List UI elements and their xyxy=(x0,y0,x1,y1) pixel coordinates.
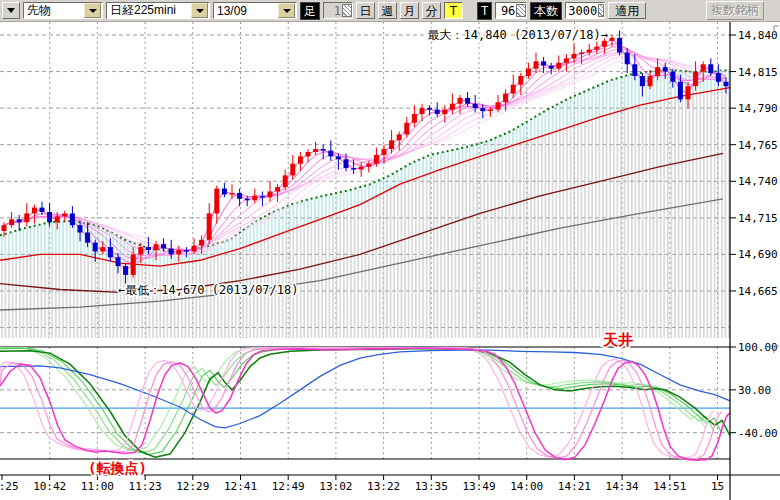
spinner-grip-icon[interactable] xyxy=(598,4,604,17)
chevron-down-icon xyxy=(7,8,15,13)
spinner-grip-icon[interactable] xyxy=(516,4,526,17)
symbol-combo[interactable]: 日経225mini xyxy=(106,2,210,19)
chevron-down-icon[interactable] xyxy=(278,3,295,18)
bar-type-label: 足 xyxy=(300,2,320,20)
symbol-value: 日経225mini xyxy=(110,2,176,19)
svg-text:14,740: 14,740 xyxy=(738,175,778,188)
spinner-grip-icon[interactable] xyxy=(342,4,352,17)
svg-text:天井: 天井 xyxy=(602,331,633,349)
svg-text:14:51: 14:51 xyxy=(653,480,686,493)
apply-button[interactable]: 適用 xyxy=(608,2,646,19)
multi-symbol-button[interactable]: 複数銘柄 xyxy=(706,1,764,20)
period-month-button[interactable]: 月 xyxy=(400,2,419,19)
tick-count-input[interactable]: 96 xyxy=(495,2,527,19)
svg-text:12:41: 12:41 xyxy=(224,480,257,493)
svg-text:14:21: 14:21 xyxy=(558,480,591,493)
svg-text:11:00: 11:00 xyxy=(81,480,114,493)
chevron-down-icon[interactable] xyxy=(84,3,101,18)
svg-text:←最低：14,670 (2013/07/18): ←最低：14,670 (2013/07/18) xyxy=(118,283,299,297)
chart-menu-dropdown-button[interactable] xyxy=(2,2,20,19)
instrument-type-value: 先物 xyxy=(27,2,51,19)
chevron-down-icon[interactable] xyxy=(191,3,208,18)
svg-text:(転換点): (転換点) xyxy=(88,460,147,476)
svg-text:100.00: 100.00 xyxy=(738,341,778,354)
svg-text:12:29: 12:29 xyxy=(176,480,209,493)
svg-text:11:23: 11:23 xyxy=(129,480,162,493)
svg-text:14:34: 14:34 xyxy=(606,480,639,493)
period-day-button[interactable]: 日 xyxy=(356,2,375,19)
instrument-type-combo[interactable]: 先物 xyxy=(23,2,103,19)
svg-text:30.00: 30.00 xyxy=(738,384,771,397)
svg-text:13:35: 13:35 xyxy=(415,480,448,493)
period-week-button[interactable]: 週 xyxy=(378,2,397,19)
period-minute-button[interactable]: 分 xyxy=(422,2,441,19)
period-tick-button[interactable]: T xyxy=(444,2,463,19)
price-chart-canvas[interactable]: 14,84014,81514,79014,76514,74014,71514,6… xyxy=(0,22,780,500)
svg-text:-40.00: -40.00 xyxy=(738,427,778,440)
svg-text:13:02: 13:02 xyxy=(319,480,352,493)
svg-text:10:42: 10:42 xyxy=(33,480,66,493)
svg-text:14,790: 14,790 xyxy=(738,102,778,115)
svg-text:15: 15 xyxy=(711,480,724,493)
svg-text:14,665: 14,665 xyxy=(738,285,778,298)
contract-month-value: 13/09 xyxy=(217,4,247,18)
svg-text:14:00: 14:00 xyxy=(510,480,543,493)
svg-text:10:25: 10:25 xyxy=(0,480,19,493)
svg-text:14,765: 14,765 xyxy=(738,139,778,152)
bar-count-label: 本数 xyxy=(530,2,562,20)
svg-text:14,715: 14,715 xyxy=(738,212,778,225)
svg-text:12:49: 12:49 xyxy=(272,480,305,493)
tick-unit-label: T xyxy=(477,2,492,20)
svg-text:13:49: 13:49 xyxy=(462,480,495,493)
svg-text:14,815: 14,815 xyxy=(738,66,778,79)
svg-text:最大：14,840 (2013/07/18)→: 最大：14,840 (2013/07/18)→ xyxy=(428,28,609,42)
oscillator-panel xyxy=(0,347,730,460)
svg-text:13:22: 13:22 xyxy=(367,480,400,493)
svg-text:14,690: 14,690 xyxy=(738,248,778,261)
contract-month-combo[interactable]: 13/09 xyxy=(213,2,297,19)
bar-interval-input[interactable]: 1 xyxy=(323,2,353,19)
bar-count-input[interactable]: 3000 xyxy=(565,2,605,19)
toolbar: 先物 日経225mini 13/09 足 1 日 週 月 分 T T 96 本数… xyxy=(0,0,780,22)
svg-text:14,840: 14,840 xyxy=(738,29,778,42)
